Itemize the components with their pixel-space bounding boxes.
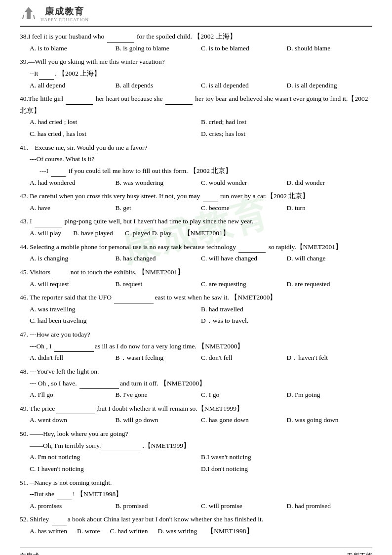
- q41-opt-a: A. had wondered: [30, 177, 116, 189]
- q46-options: A. was travelling B. had travelled C. ha…: [20, 303, 372, 327]
- question-47: 47. ---How are you today? ---Oh , I as i…: [20, 329, 372, 364]
- q45-text: 45. Visitors not to touch the exhibits. …: [20, 266, 372, 278]
- svg-line-1: [23, 15, 24, 19]
- q48-sub: --- Oh , so I have. and turn it off. 【NM…: [20, 378, 372, 389]
- q45-opt-d: D. are requested: [287, 278, 373, 290]
- q47-options: A. didn't fell B．wasn't feeling C. don't…: [20, 352, 372, 364]
- logo-cn: 康成教育: [45, 5, 84, 17]
- q41-opt-b: B. was wondering: [116, 177, 201, 189]
- q50-opt-b: B.I wasn't noticing: [201, 451, 372, 463]
- q39-opt-a: A. all depend: [30, 80, 116, 91]
- question-48: 48. ---You've left the light on. --- Oh …: [20, 366, 372, 401]
- q47-opt-b: B．wasn't feeling: [116, 352, 201, 364]
- q38-opt-d: D. should blame: [287, 43, 373, 54]
- q41-text: 41.---Excuse me, sir. Would you do me a …: [20, 142, 372, 154]
- q40-opt-b: B. cried; had lost: [201, 116, 372, 128]
- logo-en: HAPPY EDUCATION: [40, 17, 89, 22]
- q49-opt-d: D. was going down: [287, 414, 373, 426]
- q39-opt-b: B. all depends: [116, 80, 201, 91]
- q47-opt-d: D．haven't felt: [287, 352, 373, 364]
- q48-opt-b: B. I've gone: [116, 389, 201, 401]
- q41-sub1: ---Of course. What is it?: [20, 153, 372, 165]
- logo-text: 康成教育 HAPPY EDUCATION: [40, 5, 89, 22]
- q48-opt-d: D. I'm going: [287, 389, 373, 401]
- q43-tag: 【NMET2001】: [184, 227, 230, 239]
- q42-opt-c: C. become: [201, 202, 287, 214]
- logo-icon: [20, 5, 38, 23]
- q45-opt-a: A. will request: [30, 278, 116, 290]
- question-41: 41.---Excuse me, sir. Would you do me a …: [20, 142, 372, 189]
- q49-opt-c: C. has gone down: [201, 414, 287, 426]
- question-52: 52. Shirley a book about China last year…: [20, 513, 372, 537]
- q42-opt-b: B. get: [116, 202, 201, 214]
- q52-text: 52. Shirley a book about China last year…: [20, 513, 372, 525]
- q47-sub: ---Oh , I as ill as I do now for a very …: [20, 341, 372, 352]
- q52-opt-b: B. wrote: [77, 525, 100, 537]
- question-46: 46. The reporter said that the UFO east …: [20, 292, 372, 327]
- q40-text: 40.The little girl her heart out because…: [20, 93, 372, 116]
- q40-opt-d: D. cries; has lost: [201, 128, 372, 140]
- q52-tag: 【NMET1998】: [207, 525, 253, 537]
- page-footer: 在康成 ----无所不能: [20, 547, 372, 555]
- q47-text: 47. ---How are you today?: [20, 329, 372, 341]
- q42-options: A. have B. get C. become D. turn: [20, 202, 372, 214]
- q47-opt-c: C. don't fell: [201, 352, 287, 364]
- question-51: 51. --Nancy is not coming tonight. --But…: [20, 477, 372, 512]
- q48-opt-c: C. I go: [201, 389, 287, 401]
- q41-opt-d: D. did wonder: [287, 177, 373, 189]
- q40-opt-a: A. had cried ; lost: [30, 116, 201, 128]
- q43-opt-b: B. have played: [73, 227, 113, 239]
- svg-line-2: [34, 15, 35, 19]
- question-40: 40.The little girl her heart out because…: [20, 93, 372, 140]
- q52-opt-a: A. has written: [30, 525, 67, 537]
- q50-opt-a: A. I'm not noticing: [30, 451, 201, 463]
- footer-right: ----无所不能: [338, 552, 372, 555]
- q43-text: 43. I ping-pong quite well, but I haven'…: [20, 215, 372, 227]
- q38-opt-c: C. is to be blamed: [201, 43, 287, 54]
- question-39: 39.—Will you go skiing with me this wint…: [20, 56, 372, 91]
- q44-opt-a: A. is changing: [30, 253, 116, 264]
- q42-opt-a: A. have: [30, 202, 116, 214]
- q48-options: A. I'll go B. I've gone C. I go D. I'm g…: [20, 389, 372, 401]
- q50-options: A. I'm not noticing B.I wasn't noticing …: [20, 451, 372, 474]
- q50-opt-d: D.I don't noticing: [201, 463, 372, 475]
- content-area: 38.I feel it is your husband who for the…: [20, 31, 372, 537]
- q48-text: 48. ---You've left the light on.: [20, 366, 372, 378]
- q40-opt-c: C. has cried , has lost: [30, 128, 201, 140]
- footer-left: 在康成: [20, 552, 39, 555]
- q42-opt-d: D. turn: [287, 202, 373, 214]
- q50-opt-c: C. I haven't noticing: [30, 463, 201, 475]
- q45-opt-c: C. are requesting: [201, 278, 287, 290]
- q45-opt-b: B. request: [116, 278, 201, 290]
- question-44: 44. Selecting a mobile phone for persona…: [20, 241, 372, 264]
- q51-opt-d: D. had promised: [287, 500, 373, 512]
- q50-text: 50. ——Hey, look where you are going?: [20, 428, 372, 440]
- q51-options: A. promises B. promised C. will promise …: [20, 500, 372, 512]
- q38-text: 38.I feel it is your husband who for the…: [20, 31, 372, 43]
- q49-opt-b: B. will go down: [116, 414, 201, 426]
- q41-options: A. had wondered B. was wondering C. woul…: [20, 177, 372, 189]
- q41-sub2: ---I if you could tell me how to fill ou…: [20, 165, 372, 177]
- q52-options: A. has written B. wrote C. had written D…: [20, 525, 372, 537]
- q39-text: 39.—Will you go skiing with me this wint…: [20, 56, 372, 68]
- q43-opt-c: C. played D. play: [125, 227, 172, 239]
- q38-opt-b: B. is going to blame: [116, 43, 201, 54]
- q49-opt-a: A. went down: [30, 414, 116, 426]
- q51-sub: --But she ! 【NMET1998】: [20, 488, 372, 500]
- q49-options: A. went down B. will go down C. has gone…: [20, 414, 372, 426]
- q51-opt-a: A. promises: [30, 500, 116, 512]
- q47-opt-a: A. didn't fell: [30, 352, 116, 364]
- q45-options: A. will request B. request C. are reques…: [20, 278, 372, 290]
- logo: 康成教育 HAPPY EDUCATION: [20, 5, 89, 23]
- q40-options: A. had cried ; lost B. cried; had lost C…: [20, 116, 372, 139]
- q52-opt-d: D. was writing: [157, 525, 197, 537]
- q46-opt-c: C. had been traveling: [30, 315, 201, 327]
- q39-opt-d: D. is all depending: [287, 80, 373, 91]
- q43-opt-a: A. will play: [30, 227, 61, 239]
- q39-opt-c: C. is all depended: [201, 80, 287, 91]
- q49-text: 49. The price,but I doubt whether it wil…: [20, 403, 372, 415]
- question-50: 50. ——Hey, look where you are going? ——O…: [20, 428, 372, 475]
- q46-text: 46. The reporter said that the UFO east …: [20, 292, 372, 303]
- question-38: 38.I feel it is your husband who for the…: [20, 31, 372, 54]
- q39-sub: --It. 【2002 上海】: [20, 68, 372, 80]
